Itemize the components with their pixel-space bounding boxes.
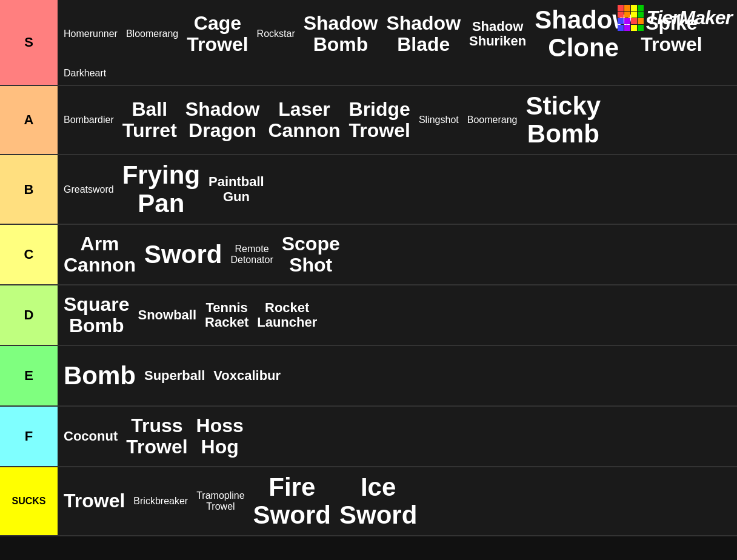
tier-label-d: D [0, 285, 58, 345]
tier-item-a-2: Shadow Dragon [182, 96, 264, 144]
tier-item-c-0: Arm Cannon [60, 231, 139, 278]
tier-item-f-2: Hoss Hog [193, 413, 247, 460]
tier-items-f: CoconutTruss TrowelHoss Hog [58, 407, 737, 466]
tier-items-d: Square BombSnowballTennis RacketRocket L… [58, 285, 737, 345]
tier-label-c: C [0, 225, 58, 284]
tier-item-e-2: Voxcalibur [210, 366, 284, 385]
tier-item-a-7: Sticky Bomb [522, 90, 604, 150]
tier-item-d-3: Rocket Launcher [253, 298, 321, 332]
tier-item-sucks-2: Tramopline Trowel [193, 488, 248, 514]
tier-item-c-1: Sword [141, 238, 225, 271]
tier-item-f-0: Coconut [60, 427, 121, 446]
tier-item-a-1: Ball Turret [119, 96, 181, 144]
tier-label-e: E [0, 346, 58, 405]
tier-item-s-4: Shadow Bomb [300, 10, 382, 58]
tier-item-e-1: Superball [141, 366, 208, 385]
tier-row-f: FCoconutTruss TrowelHoss Hog [0, 407, 737, 467]
tier-item-b-1: Frying Pan [119, 159, 204, 219]
tier-item-sucks-4: Ice Sword [336, 471, 421, 532]
tier-label-f: F [0, 407, 58, 466]
tier-item-d-1: Snowball [134, 305, 200, 325]
tier-row-sucks: SUCKSTrowelBrickbreakerTramopline Trowel… [0, 467, 737, 536]
tier-items-e: BombSuperballVoxcalibur [58, 346, 737, 405]
tier-items-a: BombardierBall TurretShadow DragonLaser … [58, 86, 737, 154]
tier-item-c-3: Scope Shot [278, 231, 344, 278]
tier-item-sucks-1: Brickbreaker [130, 493, 192, 509]
tier-row-b: BGreatswordFrying PanPaintball Gun [0, 155, 737, 224]
tier-item-sucks-0: Trowel [60, 488, 128, 514]
tiermaker-container: TierMaker SHomerunnerBloomerangCage Trow… [0, 0, 737, 536]
tier-item-b-0: Greatsword [60, 182, 118, 198]
tier-item-a-3: Laser Cannon [264, 96, 344, 144]
tier-row-a: ABombardierBall TurretShadow DragonLaser… [0, 86, 737, 155]
tier-items-c: Arm CannonSwordRemote DetonatorScope Sho… [58, 225, 737, 284]
tier-label-a: A [0, 86, 58, 154]
tier-item-e-0: Bomb [60, 359, 139, 392]
tier-item-c-2: Remote Detonator [227, 241, 276, 267]
tier-item-s-9: Darkheart [60, 65, 110, 81]
tier-row-e: EBombSuperballVoxcalibur [0, 346, 737, 407]
tier-table: SHomerunnerBloomerangCage TrowelRockstar… [0, 0, 737, 536]
tier-item-s-6: Shadow Shuriken [465, 17, 530, 51]
tier-item-s-5: Shadow Blade [382, 10, 464, 58]
tier-item-s-0: Homerunner [60, 26, 121, 42]
tier-item-sucks-3: Fire Sword [250, 471, 335, 532]
tier-item-s-3: Rockstar [253, 26, 299, 42]
tier-item-a-5: Slingshot [415, 112, 462, 128]
tier-label-b: B [0, 155, 58, 223]
tier-label-s: S [0, 0, 58, 85]
tiermaker-logo: TierMaker [618, 5, 732, 31]
logo-text: TierMaker [646, 7, 732, 29]
logo-grid [618, 5, 644, 31]
tier-row-c: CArm CannonSwordRemote DetonatorScope Sh… [0, 225, 737, 285]
tier-item-a-0: Bombardier [60, 112, 118, 128]
tier-item-f-1: Truss Trowel [122, 413, 191, 460]
tier-item-a-4: Bridge Trowel [345, 96, 414, 144]
tier-item-d-2: Tennis Racket [201, 298, 252, 332]
tier-item-a-6: Boomerang [464, 112, 521, 128]
tier-items-sucks: TrowelBrickbreakerTramopline TrowelFire … [58, 467, 737, 535]
tier-items-b: GreatswordFrying PanPaintball Gun [58, 155, 737, 223]
tier-label-sucks: SUCKS [0, 467, 58, 535]
tier-row-d: DSquare BombSnowballTennis RacketRocket … [0, 285, 737, 346]
tier-item-s-2: Cage Trowel [183, 10, 252, 58]
tier-item-b-2: Paintball Gun [205, 172, 268, 206]
tier-item-d-0: Square Bomb [60, 292, 133, 339]
tier-item-s-1: Bloomerang [122, 26, 182, 42]
